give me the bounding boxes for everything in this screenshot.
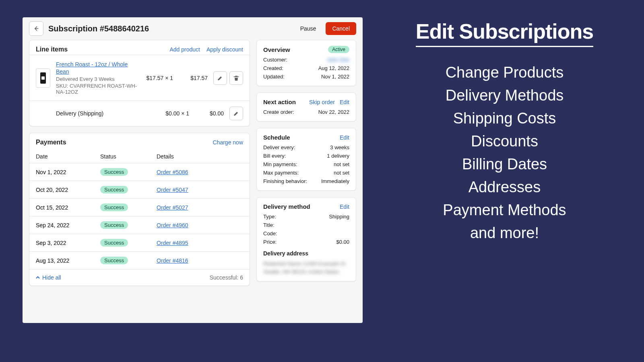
line-item-row: French Roast - 12oz / Whole Bean Deliver…	[29, 55, 250, 101]
charge-now-link[interactable]: Charge now	[213, 139, 244, 146]
line-items-title: Line items	[36, 46, 68, 53]
payments-successful-count: Successful: 6	[210, 274, 243, 281]
product-frequency: Delivered Every 3 Weeks	[56, 76, 138, 82]
payment-status-badge: Success	[100, 168, 128, 176]
shipping-unit: $0.00 × 1	[160, 110, 189, 117]
product-sku: SKU: CVARFRENCH ROAST-WH-NA-12OZ	[56, 83, 138, 95]
updated-value: Nov 1, 2022	[321, 74, 349, 80]
shipping-row: Delivery (Shipping) $0.00 × 1 $0.00	[29, 101, 250, 126]
payment-row: Oct 15, 2022SuccessOrder #5027	[29, 198, 250, 216]
promo-line: Delivery Methods	[375, 87, 634, 104]
add-product-link[interactable]: Add product	[169, 46, 200, 53]
payment-date: Nov 1, 2022	[36, 169, 100, 175]
pencil-icon	[233, 110, 239, 117]
created-label: Created:	[263, 65, 283, 71]
max-payments-label: Max payments:	[263, 170, 299, 176]
payment-order-link[interactable]: Order #4960	[157, 222, 188, 228]
content: Line items Add product Apply discount Fr…	[23, 40, 363, 323]
edit-delivery-link[interactable]: Edit	[340, 204, 349, 210]
min-payments-label: Min payments:	[263, 161, 297, 167]
page-header: Subscription #5488640216 Pause Cancel	[23, 17, 363, 40]
max-payments-value: not set	[334, 170, 349, 176]
promo-heading: Edit Subscriptions	[416, 19, 593, 47]
delivery-code-label: Code:	[263, 230, 277, 237]
delivery-price-label: Price:	[263, 239, 277, 245]
payment-row: Nov 1, 2022SuccessOrder #5086	[29, 163, 250, 181]
delivery-type-label: Type:	[263, 214, 276, 220]
hide-all-toggle[interactable]: Hide all	[36, 274, 61, 281]
back-button[interactable]	[29, 21, 43, 36]
delivery-type-value: Shipping	[329, 214, 349, 220]
bill-every-label: Bill every:	[263, 153, 286, 159]
schedule-card: Schedule Edit Deliver every:3 weeks Bill…	[256, 128, 356, 191]
payment-status-badge: Success	[100, 221, 128, 229]
edit-schedule-link[interactable]: Edit	[340, 134, 349, 141]
deliver-every-value: 3 weeks	[330, 144, 349, 150]
hide-all-label: Hide all	[42, 274, 61, 281]
created-value: Aug 12, 2022	[318, 65, 349, 71]
line-items-card: Line items Add product Apply discount Fr…	[29, 40, 250, 126]
payment-date: Aug 13, 2022	[36, 257, 100, 264]
line-total-price: $17.57	[179, 75, 208, 81]
payment-status-badge: Success	[100, 204, 128, 211]
create-order-value: Nov 22, 2022	[318, 109, 349, 115]
main-column: Line items Add product Apply discount Fr…	[29, 40, 250, 317]
promo-line: Change Products	[375, 64, 634, 81]
edit-shipping-button[interactable]	[229, 107, 243, 120]
promo-line: Shipping Costs	[375, 110, 634, 127]
payment-row: Aug 13, 2022SuccessOrder #4816	[29, 251, 250, 269]
payment-row: Sep 24, 2022SuccessOrder #4960	[29, 216, 250, 234]
payment-order-link[interactable]: Order #4816	[157, 257, 188, 264]
bill-every-value: 1 delivery	[327, 153, 349, 159]
side-column: Overview Active Customer:John Doe Create…	[256, 40, 356, 317]
payment-status-badge: Success	[100, 186, 128, 193]
cancel-button[interactable]: Cancel	[326, 22, 356, 35]
payment-date: Sep 24, 2022	[36, 222, 100, 228]
payment-order-link[interactable]: Order #5086	[157, 169, 188, 175]
delivery-price-value: $0.00	[336, 239, 349, 245]
page-title: Subscription #5488640216	[48, 24, 291, 33]
payments-card: Payments Charge now Date Status Details …	[29, 133, 250, 286]
skip-order-link[interactable]: Skip order	[309, 99, 335, 105]
caret-up-icon	[36, 276, 40, 280]
apply-discount-link[interactable]: Apply discount	[206, 46, 243, 53]
next-action-card: Next action Skip order Edit Create order…	[256, 93, 356, 121]
pencil-icon	[217, 75, 223, 81]
delivery-title: Delivery method	[263, 203, 310, 210]
edit-next-action-link[interactable]: Edit	[340, 99, 349, 105]
payment-order-link[interactable]: Order #4895	[157, 240, 188, 246]
customer-label: Customer:	[263, 57, 287, 63]
status-badge: Active	[328, 46, 349, 53]
arrow-left-icon	[33, 25, 39, 32]
payment-row: Sep 3, 2022SuccessOrder #4895	[29, 234, 250, 251]
finishing-value: Immediately	[321, 178, 349, 184]
promo-line: and more!	[375, 224, 634, 242]
delivery-card: Delivery method Edit Type:Shipping Title…	[256, 197, 356, 282]
product-link[interactable]: French Roast - 12oz / Whole Bean	[56, 61, 128, 75]
pause-button[interactable]: Pause	[295, 22, 321, 35]
edit-line-button[interactable]	[213, 71, 227, 85]
payment-row: Oct 20, 2022SuccessOrder #5047	[29, 181, 250, 198]
shipping-label: Delivery (Shipping)	[56, 110, 155, 117]
delivery-address: Redacted Name 12345 Example St Seattle, …	[257, 257, 356, 281]
payment-date: Oct 15, 2022	[36, 204, 100, 211]
payment-date: Oct 20, 2022	[36, 187, 100, 193]
schedule-title: Schedule	[263, 134, 290, 141]
overview-card: Overview Active Customer:John Doe Create…	[256, 40, 356, 86]
create-order-label: Create order:	[263, 109, 294, 115]
app-frame: Subscription #5488640216 Pause Cancel Li…	[23, 17, 363, 323]
payment-order-link[interactable]: Order #5027	[157, 204, 188, 211]
promo-line: Discounts	[375, 133, 634, 150]
delete-line-button[interactable]	[229, 71, 243, 85]
payment-status-badge: Success	[100, 257, 128, 264]
promo-panel: Edit Subscriptions Change ProductsDelive…	[363, 0, 644, 362]
promo-line: Billing Dates	[375, 156, 634, 173]
payments-title: Payments	[36, 139, 66, 146]
line-unit-price: $17.57 × 1	[144, 75, 173, 81]
payment-date: Sep 3, 2022	[36, 240, 100, 246]
payment-order-link[interactable]: Order #5047	[157, 187, 188, 193]
promo-line: Addresses	[375, 179, 634, 196]
col-details: Details	[157, 153, 243, 160]
customer-value[interactable]: John Doe	[327, 57, 349, 63]
payment-status-badge: Success	[100, 239, 128, 247]
